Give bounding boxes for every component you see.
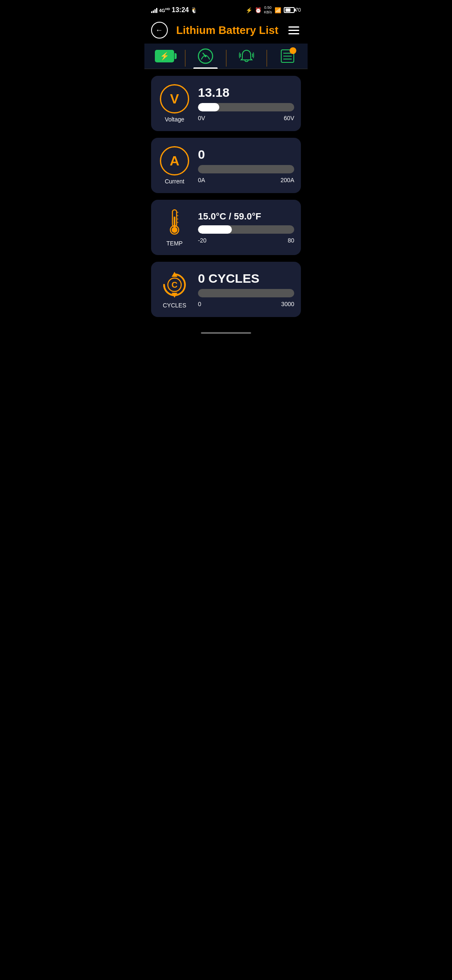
voltage-progress-fill [198,103,219,111]
status-right: ⚡ ⏰ 0.50 KB/s 📶 70 [246,5,301,15]
temp-progress-fill [198,225,232,234]
cycles-card: C CYCLES 0 CYCLES 0 3000 [151,262,301,317]
status-left: 4GHD 13:24 🐧 [151,6,198,14]
svg-point-2 [205,55,207,57]
current-circle: A [160,146,189,175]
cycles-value: 0 CYCLES [198,271,294,286]
cycles-icon-wrap: C CYCLES [158,270,191,309]
tab-bell[interactable] [226,49,267,68]
current-range: 0A 200A [198,177,294,183]
list-tab-icon [280,49,295,63]
gauge-tab-icon [197,48,214,64]
lightning-icon: ⚡ [160,52,169,61]
wechat-icon: 🐧 [190,7,198,13]
temp-range: -20 80 [198,237,294,244]
tab-gauge[interactable] [185,48,226,69]
current-data: 0 0A 200A [198,147,294,183]
alarm-icon: ⏰ [255,7,262,13]
cycles-data: 0 CYCLES 0 3000 [198,271,294,307]
voltage-progress-bar [198,103,294,111]
current-label: Current [165,178,185,185]
voltage-card: V Voltage 13.18 0V 60V [151,76,301,131]
voltage-max: 60V [284,115,294,121]
bell-tab-icon [239,49,254,64]
voltage-range: 0V 60V [198,115,294,121]
current-card: A Current 0 0A 200A [151,138,301,193]
status-bar: 4GHD 13:24 🐧 ⚡ ⏰ 0.50 KB/s 📶 70 [144,0,308,18]
tab-bar: ⚡ [144,44,308,69]
back-button[interactable]: ← [151,22,168,39]
menu-line-3 [288,33,299,34]
page-title: Lithium Battery List [176,24,278,37]
temp-value: 15.0°C / 59.0°F [198,211,294,222]
temp-label: TEMP [167,240,183,247]
menu-line-1 [288,26,299,28]
temp-min: -20 [198,237,206,244]
voltage-circle: V [160,84,189,113]
svg-rect-8 [174,217,175,227]
metrics-content: V Voltage 13.18 0V 60V A Current 0 [144,69,308,324]
current-min: 0A [198,177,205,183]
bluetooth-icon: ⚡ [246,7,252,13]
cycles-min: 0 [198,301,201,307]
battery-tab-icon: ⚡ [155,50,174,62]
header: ← Lithium Battery List [144,18,308,44]
status-time: 13:24 [172,6,189,14]
signal-bars [151,7,157,13]
current-icon-wrap: A Current [158,146,191,185]
voltage-icon-wrap: V Voltage [158,84,191,123]
cycles-range: 0 3000 [198,301,294,307]
current-max: 200A [280,177,294,183]
list-badge [290,47,296,54]
cycles-label: CYCLES [163,302,186,309]
signal-type: 4GHD [159,7,170,13]
home-bar [201,332,251,334]
back-arrow-icon: ← [155,26,163,35]
cycles-max: 3000 [281,301,294,307]
battery-level: 70 [295,7,301,13]
voltage-min: 0V [198,115,205,121]
voltage-letter: V [170,91,179,107]
tab-list[interactable] [267,49,308,67]
cycles-progress-bar [198,289,294,297]
battery-icon [284,7,295,13]
temp-icon-wrap: TEMP [158,208,191,247]
voltage-value: 13.18 [198,85,294,100]
wifi-icon: 📶 [275,7,281,13]
current-letter: A [170,153,179,169]
svg-text:C: C [172,280,177,289]
temp-progress-bar [198,225,294,234]
battery-container: 70 [284,7,301,13]
thermometer-icon [165,208,184,237]
svg-point-10 [172,227,177,233]
menu-button[interactable] [287,25,301,36]
temp-max: 80 [288,237,294,244]
voltage-label: Voltage [165,116,185,123]
voltage-data: 13.18 0V 60V [198,85,294,121]
network-speed: 0.50 KB/s [264,5,272,15]
temp-data: 15.0°C / 59.0°F -20 80 [198,211,294,244]
menu-line-2 [288,30,299,31]
home-indicator [144,324,308,337]
cycles-icon: C [160,270,189,299]
current-value: 0 [198,147,294,162]
tab-battery[interactable]: ⚡ [144,50,185,67]
current-progress-bar [198,165,294,173]
temp-card: TEMP 15.0°C / 59.0°F -20 80 [151,200,301,255]
